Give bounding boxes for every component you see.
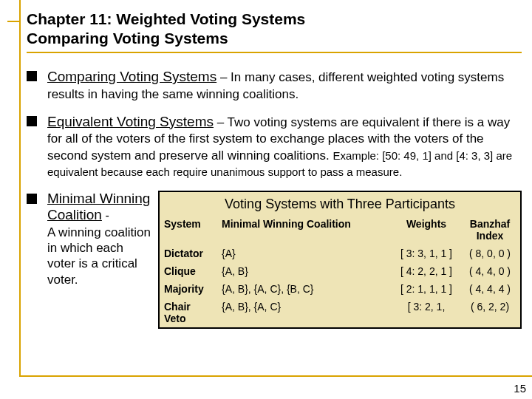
th-weights: Weights — [393, 215, 460, 245]
section-title: Comparing Voting Systems — [27, 30, 522, 47]
table-row: Chair Veto {A, B}, {A, C} [ 3: 2, 1, ( 6… — [160, 298, 520, 327]
th-mwc: Minimal Winning Coalition — [217, 215, 393, 245]
cell-weights: [ 3: 2, 1, — [393, 298, 460, 327]
cell-banzhaf: ( 4, 4, 0 ) — [460, 262, 520, 280]
accent-top-rule — [7, 21, 19, 22]
voting-systems-table: Voting Systems with Three Participants S… — [158, 191, 522, 329]
cell-system: Majority — [160, 280, 217, 298]
title-underline — [27, 52, 522, 53]
table-row: Clique {A, B} [ 4: 2, 2, 1 ] ( 4, 4, 0 ) — [160, 262, 520, 280]
square-bullet-icon — [27, 71, 37, 81]
bullet-2-body: Equivalent Voting Systems – Two voting s… — [47, 113, 522, 180]
table-title: Voting Systems with Three Participants — [160, 192, 520, 215]
bullet-1-lead: Comparing Voting Systems — [47, 69, 216, 84]
cell-banzhaf: ( 6, 2, 2) — [460, 298, 520, 327]
slide-bottom-rule — [19, 375, 532, 377]
mwc-column: Minimal Winning Coalition - A winning co… — [47, 191, 158, 329]
cell-mwc: {A, B}, {A, C}, {B, C} — [217, 280, 393, 298]
bullet-3-row: Minimal Winning Coalition - A winning co… — [27, 191, 522, 329]
table-header-row: System Minimal Winning Coalition Weights… — [160, 215, 520, 245]
bullet-3-dash: - — [102, 209, 109, 222]
cell-system: Clique — [160, 262, 217, 280]
th-banzhaf: Banzhaf Index — [460, 215, 520, 245]
cell-system: Chair Veto — [160, 298, 217, 327]
table: System Minimal Winning Coalition Weights… — [160, 215, 520, 327]
square-bullet-icon — [27, 194, 37, 204]
chapter-title: Chapter 11: Weighted Voting Systems — [27, 10, 522, 28]
bullet-2-lead: Equivalent Voting Systems — [47, 114, 214, 129]
cell-weights: [ 2: 1, 1, 1 ] — [393, 280, 460, 298]
cell-weights: [ 3: 3, 1, 1 ] — [393, 245, 460, 262]
bullet-3-desc: A winning coalition in which each voter … — [47, 225, 152, 287]
cell-mwc: {A} — [217, 245, 393, 262]
cell-weights: [ 4: 2, 2, 1 ] — [393, 262, 460, 280]
th-system: System — [160, 215, 217, 245]
table-row: Dictator {A} [ 3: 3, 1, 1 ] ( 8, 0, 0 ) — [160, 245, 520, 262]
cell-mwc: {A, B} — [217, 262, 393, 280]
title-block: Chapter 11: Weighted Voting Systems Comp… — [27, 10, 522, 53]
page-number: 15 — [514, 382, 526, 395]
square-bullet-icon — [27, 116, 37, 126]
cell-mwc: {A, B}, {A, C} — [217, 298, 393, 327]
content-area: Comparing Voting Systems – In many cases… — [27, 68, 522, 339]
bullet-1-body: Comparing Voting Systems – In many cases… — [47, 68, 522, 103]
cell-banzhaf: ( 4, 4, 4 ) — [460, 280, 520, 298]
cell-banzhaf: ( 8, 0, 0 ) — [460, 245, 520, 262]
cell-system: Dictator — [160, 245, 217, 262]
bullet-1: Comparing Voting Systems – In many cases… — [27, 68, 522, 103]
table-row: Majority {A, B}, {A, C}, {B, C} [ 2: 1, … — [160, 280, 520, 298]
bullet-3-lead: Minimal Winning Coalition — [47, 191, 150, 222]
bullet-2: Equivalent Voting Systems – Two voting s… — [27, 113, 522, 180]
